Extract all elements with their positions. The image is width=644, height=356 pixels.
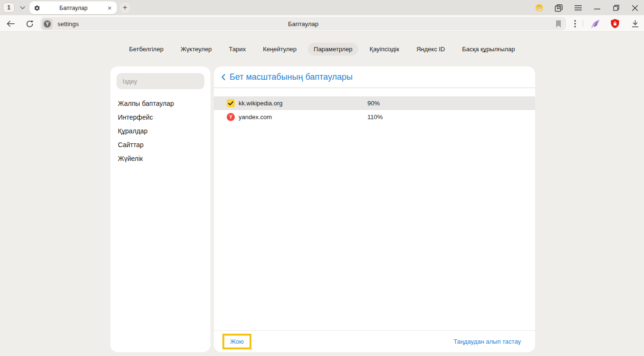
tab-list-chevron-down-icon[interactable] <box>18 4 27 11</box>
window-close-button[interactable] <box>631 4 639 12</box>
omnibox-more-icon[interactable] <box>570 19 580 28</box>
nav-tab-history[interactable]: Тарих <box>223 43 252 56</box>
nav-tab-settings[interactable]: Параметрлер <box>308 43 358 56</box>
nav-tab-yandex-id[interactable]: Яндекс ID <box>411 43 451 56</box>
panel-header: Бет масштабының баптаулары <box>214 66 535 88</box>
settings-sidebar: Жалпы баптаулар Интерфейс Құралдар Сайтт… <box>110 66 211 352</box>
tab-close-icon[interactable]: × <box>106 4 113 11</box>
sidebar-list: Жалпы баптаулар Интерфейс Құралдар Сайтт… <box>110 96 211 165</box>
bookmark-flag-icon[interactable] <box>556 20 561 28</box>
omnibox-page-title: Баптаулар <box>40 20 566 28</box>
sidebar-item-sites[interactable]: Сайттар <box>110 138 211 151</box>
checkbox-checked-icon[interactable] <box>227 99 235 107</box>
nav-tab-other-devices[interactable]: Басқа құрылғылар <box>456 43 520 56</box>
search-input[interactable] <box>116 73 204 89</box>
new-tab-button[interactable]: + <box>120 2 130 13</box>
tab-strip: 1 Баптаулар × + <box>0 0 644 15</box>
list-item[interactable]: Y yandex.com 110% <box>214 110 535 124</box>
site-name: kk.wikipedia.org <box>239 100 283 107</box>
settings-nav: Бетбелгілер Жүктеулер Тарих Кеңейтулер П… <box>0 43 644 56</box>
browser-tab-settings[interactable]: Баптаулар × <box>29 1 117 14</box>
protect-shield-icon[interactable] <box>610 19 620 28</box>
site-name: yandex.com <box>239 113 272 121</box>
back-chevron-icon[interactable] <box>221 74 225 80</box>
omnibox[interactable]: Y settings Баптаулар <box>40 17 566 30</box>
zoom-value: 110% <box>367 113 383 121</box>
side-panel-bookmarks-icon[interactable] <box>554 4 563 12</box>
nav-tab-extensions[interactable]: Кеңейтулер <box>257 43 302 56</box>
panel-footer: Жою Таңдаудан алып тастау <box>214 330 535 352</box>
profile-avatar[interactable] <box>535 4 543 12</box>
zoom-value: 90% <box>367 100 380 107</box>
page-zoom-settings-panel: Бет масштабының баптаулары kk.wikipedia.… <box>214 66 535 352</box>
omnibox-url[interactable]: settings <box>58 20 79 28</box>
reload-button[interactable] <box>25 19 34 28</box>
browser-menu-icon[interactable] <box>574 4 582 12</box>
list-item[interactable]: kk.wikipedia.org 90% <box>214 96 535 110</box>
toolbar-divider <box>583 20 583 27</box>
yandex-favicon[interactable]: Y <box>227 113 235 121</box>
yandex-browser-icon: Y <box>44 20 51 28</box>
nav-tab-downloads[interactable]: Жүктеулер <box>175 43 218 56</box>
nav-tab-bookmarks[interactable]: Бетбелгілер <box>123 43 169 56</box>
site-favicon-badge[interactable]: Y <box>42 19 53 29</box>
panel-spacer <box>214 124 535 330</box>
address-toolbar: Y settings Баптаулар <box>0 15 644 32</box>
window-minimize-button[interactable] <box>593 5 601 13</box>
tab-title: Баптаулар <box>40 5 106 11</box>
zoom-rules-list: kk.wikipedia.org 90% Y yandex.com 110% <box>214 88 535 124</box>
tab-counter-button[interactable]: 1 <box>3 2 15 13</box>
sidebar-item-tools[interactable]: Құралдар <box>110 124 211 138</box>
back-button[interactable] <box>6 19 15 28</box>
nav-tab-security[interactable]: Қауіпсіздік <box>364 43 405 56</box>
deselect-all-link[interactable]: Таңдаудан алып тастау <box>453 338 521 345</box>
panel-title[interactable]: Бет масштабының баптаулары <box>230 72 353 82</box>
sidebar-item-system[interactable]: Жүйелік <box>110 151 211 165</box>
sidebar-item-general[interactable]: Жалпы баптаулар <box>110 96 211 110</box>
window-restore-button[interactable] <box>612 4 620 12</box>
downloads-icon[interactable] <box>630 19 640 28</box>
zen-feather-icon[interactable] <box>590 19 600 28</box>
settings-page: Бетбелгілер Жүктеулер Тарих Кеңейтулер П… <box>0 32 644 356</box>
delete-button[interactable]: Жою <box>222 334 251 349</box>
gear-icon <box>34 5 40 11</box>
sidebar-item-interface[interactable]: Интерфейс <box>110 110 211 124</box>
